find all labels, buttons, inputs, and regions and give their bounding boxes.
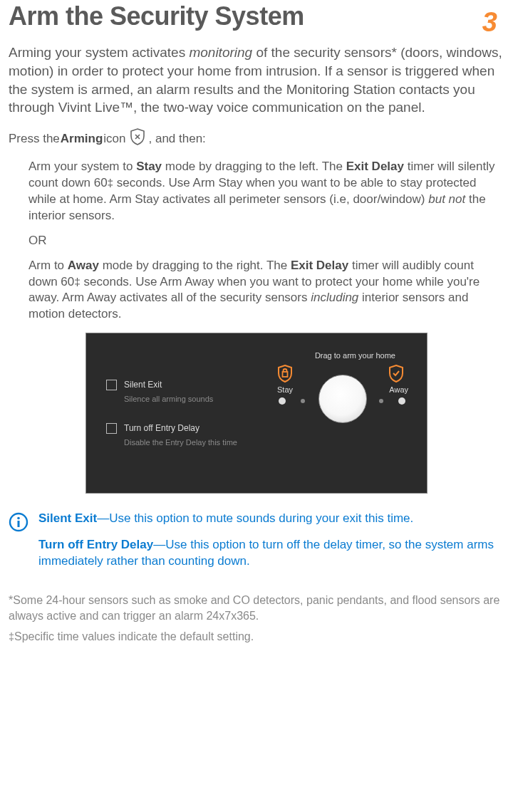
page-title: Arm the Security System bbox=[9, 1, 504, 31]
stay-butnot: but not bbox=[428, 192, 465, 206]
stay-t3: mode by dragging to the left. The bbox=[162, 160, 346, 173]
entry-delay-checkbox[interactable] bbox=[106, 423, 117, 434]
info-entry-label: Turn off Entry Delay bbox=[38, 538, 153, 551]
arming-panel-screenshot: Silent Exit Silence all arming sounds Tu… bbox=[86, 333, 428, 494]
footnote-dagger-text: Specific time values indicate the defaul… bbox=[14, 630, 254, 642]
stay-exitdelay: Exit Delay bbox=[346, 160, 404, 173]
away-bold: Away bbox=[68, 259, 99, 272]
away-t1: Arm to bbox=[28, 259, 68, 272]
arm-slider-knob[interactable] bbox=[318, 375, 367, 423]
info-text-block: Silent Exit—Use this option to mute soun… bbox=[38, 511, 504, 580]
intro-text-1: Arming your system activates bbox=[9, 45, 189, 60]
press-text-1: Press the bbox=[9, 131, 60, 147]
svg-rect-5 bbox=[18, 521, 20, 527]
page-number: 3 bbox=[482, 4, 497, 41]
info-icon bbox=[9, 512, 28, 536]
or-separator: OR bbox=[28, 233, 504, 249]
drag-hint: Drag to arm your home bbox=[315, 350, 395, 361]
away-exitdelay: Exit Delay bbox=[291, 259, 348, 272]
footnote-star: *Some 24-hour sensors such as smoke and … bbox=[9, 593, 504, 623]
slider-dot bbox=[398, 397, 405, 405]
svg-point-4 bbox=[17, 517, 20, 520]
footnotes: *Some 24-hour sensors such as smoke and … bbox=[9, 593, 504, 645]
silent-exit-option[interactable]: Silent Exit Silence all arming sounds bbox=[106, 379, 263, 404]
intro-text-monitoring: monitoring bbox=[189, 45, 252, 60]
away-including: including bbox=[311, 291, 358, 304]
slider-dot bbox=[279, 397, 286, 405]
slider-dot bbox=[379, 399, 383, 403]
away-t3: mode by dragging to the right. The bbox=[99, 259, 291, 272]
stay-label: Stay bbox=[277, 385, 293, 395]
press-text-4: , and then: bbox=[149, 131, 206, 147]
info-se-dash: — bbox=[97, 511, 109, 525]
stay-bold: Stay bbox=[136, 160, 162, 173]
info-silent-label: Silent Exit bbox=[38, 511, 97, 525]
dagger-1: ‡ bbox=[108, 177, 114, 189]
away-label: Away bbox=[389, 385, 408, 395]
intro-paragraph: Arming your system activates monitoring … bbox=[9, 43, 504, 117]
step-away: Arm to Away mode by dragging to the righ… bbox=[28, 258, 504, 323]
press-line: Press the Arming icon , and then: bbox=[9, 128, 504, 150]
slider-dot bbox=[301, 399, 305, 403]
press-text-3: icon bbox=[103, 131, 125, 147]
footnote-dagger-mark: ‡ bbox=[9, 631, 14, 642]
entry-delay-sub: Disable the Entry Delay this time bbox=[124, 437, 237, 448]
silent-exit-checkbox[interactable] bbox=[106, 380, 117, 390]
info-ed-dash: — bbox=[153, 538, 165, 551]
away-shield-icon bbox=[388, 365, 404, 386]
stay-shield-icon bbox=[277, 365, 293, 386]
stay-t1: Arm your system to bbox=[28, 160, 136, 173]
entry-delay-title: Turn off Entry Delay bbox=[124, 422, 237, 434]
arming-shield-icon bbox=[130, 128, 145, 150]
step-stay: Arm your system to Stay mode by dragging… bbox=[28, 159, 504, 224]
arming-label: Arming bbox=[61, 131, 103, 147]
silent-exit-sub: Silence all arming sounds bbox=[124, 394, 213, 405]
silent-exit-title: Silent Exit bbox=[124, 379, 213, 390]
entry-delay-option[interactable]: Turn off Entry Delay Disable the Entry D… bbox=[106, 422, 263, 447]
svg-rect-2 bbox=[283, 372, 288, 377]
dagger-2: ‡ bbox=[74, 276, 81, 288]
info-silent-text: Use this option to mute sounds during yo… bbox=[109, 511, 413, 525]
